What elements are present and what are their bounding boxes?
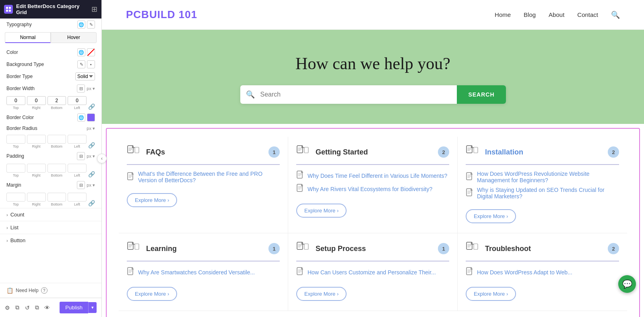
search-bar-icon: 🔍 [240, 85, 260, 104]
nav-search-icon[interactable]: 🔍 [611, 10, 620, 19]
button-section-row[interactable]: › Button [0, 234, 101, 247]
search-bar: 🔍 SEARCH [240, 85, 506, 104]
category-title: FAQs [146, 148, 268, 156]
padding-top-input[interactable] [6, 164, 25, 173]
typography-row: Typography 🌐 ✎ [0, 19, 101, 31]
margin-link-icon[interactable]: 🔗 [88, 200, 95, 206]
doc-icon [296, 171, 304, 181]
typography-edit-btn[interactable]: ✎ [87, 21, 95, 29]
typography-globe-btn[interactable]: 🌐 [77, 21, 85, 29]
grid-icon[interactable]: ⊞ [91, 5, 97, 14]
margin-unit: px ▾ [87, 183, 95, 188]
border-bottom-input[interactable]: 2 [47, 96, 66, 105]
category-link-item: How Does WordPress Revolutionize Website… [466, 171, 619, 183]
bg-box-btn[interactable]: ▪ [87, 60, 95, 68]
border-left-input[interactable]: 0 [68, 96, 87, 105]
category-count-badge: 2 [608, 146, 619, 158]
history-icon[interactable]: ↺ [25, 303, 29, 312]
search-input[interactable] [260, 85, 457, 104]
explore-more-button[interactable]: Explore More › [466, 287, 516, 301]
copy-icon[interactable]: ⧉ [35, 303, 39, 312]
color-globe-btn[interactable]: 🌐 [77, 48, 85, 56]
radius-right-input[interactable] [27, 135, 46, 144]
border-width-link-icon[interactable]: ⊟ [77, 84, 85, 93]
margin-right-input[interactable] [27, 193, 46, 202]
help-question-icon[interactable]: ? [41, 287, 47, 294]
radius-left-input[interactable] [68, 135, 87, 144]
padding-top-label: Top [13, 173, 19, 177]
chat-fab-button[interactable]: 💬 [618, 275, 636, 293]
normal-hover-tabs: Normal Hover [5, 32, 97, 43]
category-header: Troubleshoot 2 [466, 241, 619, 261]
padding-label: Padding [6, 153, 74, 159]
count-section-row[interactable]: › Count [0, 208, 101, 221]
padding-box-icon: ⊟ [77, 152, 85, 160]
margin-bottom-label: Bottom [51, 202, 63, 206]
settings-icon[interactable]: ⚙ [5, 303, 10, 312]
nav-home[interactable]: Home [495, 11, 511, 18]
nav-blog[interactable]: Blog [524, 11, 536, 18]
nav-about[interactable]: About [549, 11, 564, 18]
tab-normal[interactable]: Normal [5, 32, 51, 43]
eye-preview-icon[interactable]: 👁 [44, 303, 50, 312]
padding-right-input[interactable] [27, 164, 46, 173]
padding-link-icon[interactable]: 🔗 [88, 171, 95, 177]
explore-more-button[interactable]: Explore More › [296, 204, 347, 218]
margin-header-row: Margin ⊟ px ▾ [0, 179, 101, 191]
collapse-panel-btn[interactable]: ‹ [97, 154, 107, 163]
border-color-globe-btn[interactable]: 🌐 [77, 113, 85, 121]
panel-title: Edit BetterDocs Category Grid [16, 3, 88, 15]
category-grid-wrapper: FAQs 1 What's the Difference Between the… [106, 128, 640, 317]
radius-top-input[interactable] [6, 135, 25, 144]
explore-more-button[interactable]: Explore More › [127, 287, 177, 301]
category-article-link[interactable]: Why Does Time Feel Different in Various … [308, 173, 447, 179]
radius-bottom-input[interactable] [47, 135, 66, 144]
need-help-text[interactable]: Need Help [16, 288, 39, 293]
layers-icon[interactable]: ⧉ [15, 303, 20, 312]
main-preview: PCBUILD 101 Home Blog About Contact 🔍 Ho… [102, 0, 644, 317]
color-swatch[interactable] [87, 48, 95, 56]
category-article-link[interactable]: How Does WordPress Revolutionize Website… [477, 171, 619, 183]
list-section-row[interactable]: › List [0, 221, 101, 234]
category-link-item: What's the Difference Between the Free a… [127, 171, 280, 183]
margin-bottom-input[interactable] [47, 193, 66, 202]
radius-link-icon[interactable]: 🔗 [88, 142, 95, 148]
explore-more-button[interactable]: Explore More › [466, 209, 516, 223]
svg-rect-5 [135, 147, 139, 153]
panel-content: Typography 🌐 ✎ Normal Hover Color 🌐 [0, 19, 101, 283]
button-arrow-icon: › [6, 238, 8, 243]
border-color-row: Border Color 🌐 [0, 111, 101, 124]
publish-main-btn[interactable]: Publish [60, 302, 88, 313]
category-card: Learning 1 Why Are Smartwatches Consider… [119, 233, 288, 311]
category-article-link[interactable]: Why is Staying Updated on SEO Trends Cru… [477, 187, 619, 200]
margin-left-input[interactable] [68, 193, 87, 202]
category-title: Troubleshoot [485, 245, 608, 253]
tab-hover[interactable]: Hover [51, 32, 97, 43]
category-article-link[interactable]: Why Are Rivers Vital Ecosystems for Biod… [308, 186, 432, 192]
border-color-label: Border Color [6, 115, 75, 120]
explore-more-button[interactable]: Explore More › [296, 287, 347, 301]
publish-arrow-btn[interactable]: ▾ [88, 302, 97, 313]
category-article-link[interactable]: Why Are Smartwatches Considered Versatil… [138, 269, 255, 276]
margin-label: Margin [6, 182, 74, 188]
border-link-icon[interactable]: 🔗 [88, 103, 95, 110]
padding-bottom-input[interactable] [47, 164, 66, 173]
border-top-input[interactable]: 0 [6, 96, 25, 105]
category-article-link[interactable]: What's the Difference Between the Free a… [138, 171, 280, 183]
margin-top-input[interactable] [6, 193, 25, 202]
doc-icon [466, 172, 474, 182]
search-button[interactable]: SEARCH [457, 85, 506, 104]
category-article-link[interactable]: How Does WordPress Adapt to Web... [477, 269, 572, 276]
border-type-select[interactable]: Solid [75, 72, 95, 80]
category-card: FAQs 1 What's the Difference Between the… [119, 137, 288, 233]
border-color-swatch[interactable] [87, 113, 95, 121]
explore-more-button[interactable]: Explore More › [127, 193, 177, 207]
bg-pen-btn[interactable]: ✎ [77, 60, 85, 68]
radius-top-label: Top [13, 144, 19, 148]
category-article-link[interactable]: How Can Users Customize and Personalize … [308, 269, 436, 276]
nav-contact[interactable]: Contact [577, 11, 598, 18]
padding-left-input[interactable] [68, 164, 87, 173]
radius-left-label: Left [74, 144, 80, 148]
border-right-input[interactable]: 0 [27, 96, 46, 105]
padding-right-label: Right [32, 173, 41, 177]
